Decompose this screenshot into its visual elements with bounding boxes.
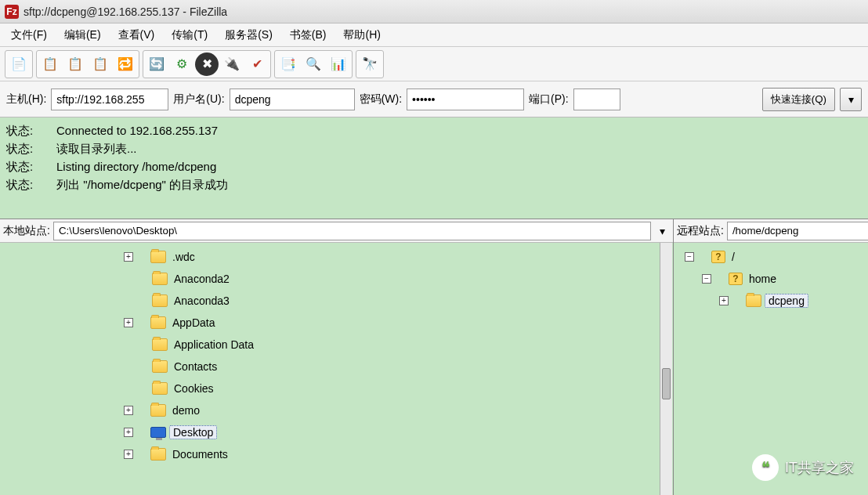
tree-node[interactable]: +Desktop bbox=[6, 421, 673, 443]
tree-expander[interactable]: + bbox=[124, 252, 133, 262]
menu-bookmarks[interactable]: 书签(B) bbox=[284, 25, 333, 45]
password-label: 密码(W): bbox=[360, 92, 402, 107]
filter-icon[interactable]: 📑 bbox=[277, 52, 300, 76]
local-site-label: 本地站点: bbox=[3, 224, 50, 238]
menu-transfer[interactable]: 传输(T) bbox=[165, 25, 214, 45]
log-row: 状态: Listing directory /home/dcpeng bbox=[6, 158, 862, 176]
remote-path-input[interactable] bbox=[727, 222, 868, 240]
tree-node[interactable]: Anaconda3 bbox=[6, 290, 673, 312]
folder-icon bbox=[152, 360, 168, 373]
log-text: Listing directory /home/dcpeng bbox=[56, 160, 216, 175]
log-label: 状态: bbox=[6, 178, 42, 193]
compare-icon[interactable]: 📊 bbox=[327, 52, 350, 76]
tree-node[interactable]: +AppData bbox=[6, 312, 673, 334]
tree-node-label[interactable]: AppData bbox=[169, 316, 218, 329]
tree-node[interactable]: +dcpeng bbox=[680, 290, 868, 312]
cancel-icon[interactable]: ✖ bbox=[195, 52, 219, 76]
log-text: 列出 "/home/dcpeng" 的目录成功 bbox=[56, 178, 228, 193]
process-queue-icon[interactable]: ⚙ bbox=[170, 52, 193, 76]
tree-expander[interactable]: + bbox=[124, 428, 133, 437]
log-row: 状态: Connected to 192.168.255.137 bbox=[6, 122, 862, 140]
local-path-dropdown[interactable]: ▾ bbox=[654, 225, 670, 237]
menu-help[interactable]: 帮助(H) bbox=[337, 25, 386, 45]
password-input[interactable] bbox=[407, 89, 524, 110]
remote-pathbar: 远程站点: bbox=[674, 219, 868, 243]
remote-pane: 远程站点: −?/−?home+dcpeng bbox=[674, 219, 868, 495]
search-icon[interactable]: 🔍 bbox=[302, 52, 325, 76]
tree-expander[interactable]: + bbox=[124, 450, 133, 459]
reconnect-icon[interactable]: ✔ bbox=[245, 52, 269, 76]
tree-node-label[interactable]: / bbox=[729, 251, 738, 263]
log-label: 状态: bbox=[6, 160, 42, 175]
app-logo-icon: Fz bbox=[5, 5, 19, 19]
sync-browse-icon[interactable]: 🔁 bbox=[114, 52, 137, 76]
toggle-queue-icon[interactable]: 📋 bbox=[89, 52, 112, 76]
menu-file[interactable]: 文件(F) bbox=[5, 25, 53, 45]
log-pane: 状态: Connected to 192.168.255.137 状态: 读取目… bbox=[0, 117, 868, 219]
tree-node[interactable]: −?home bbox=[680, 268, 868, 290]
tree-node-label[interactable]: home bbox=[746, 273, 779, 285]
tree-node-label[interactable]: Desktop bbox=[169, 425, 217, 439]
folder-icon bbox=[152, 338, 168, 351]
scrollbar-thumb[interactable] bbox=[662, 368, 671, 399]
local-tree[interactable]: +.wdcAnaconda2Anaconda3+AppDataApplicati… bbox=[0, 243, 673, 495]
user-input[interactable] bbox=[230, 89, 355, 110]
toggle-remote-icon[interactable]: 📋 bbox=[63, 52, 87, 76]
tree-node[interactable]: +.wdc bbox=[6, 246, 673, 268]
user-label: 用户名(U): bbox=[173, 92, 224, 107]
quickconnect-history-dropdown[interactable]: ▾ bbox=[840, 88, 862, 111]
quickconnect-bar: 主机(H): 用户名(U): 密码(W): 端口(P): 快速连接(Q) ▾ bbox=[0, 81, 868, 117]
folder-icon bbox=[152, 382, 168, 395]
log-label: 状态: bbox=[6, 124, 42, 139]
binoculars-icon[interactable]: 🔭 bbox=[358, 52, 382, 76]
tree-node-label[interactable]: dcpeng bbox=[765, 294, 808, 308]
toggle-local-icon[interactable]: 📋 bbox=[38, 52, 62, 76]
tree-expander[interactable]: + bbox=[124, 406, 133, 415]
menu-server[interactable]: 服务器(S) bbox=[219, 25, 279, 45]
tree-node[interactable]: Anaconda2 bbox=[6, 268, 673, 290]
tree-node-label[interactable]: Anaconda3 bbox=[171, 294, 233, 307]
local-pane: 本地站点: ▾ +.wdcAnaconda2Anaconda3+AppDataA… bbox=[0, 219, 674, 495]
tree-node-label[interactable]: Contacts bbox=[171, 360, 220, 373]
tree-node-label[interactable]: Anaconda2 bbox=[171, 273, 233, 285]
tree-expander[interactable]: + bbox=[124, 318, 133, 327]
tree-node[interactable]: Contacts bbox=[6, 356, 673, 378]
remote-tree[interactable]: −?/−?home+dcpeng bbox=[674, 243, 868, 495]
tree-node[interactable]: +demo bbox=[6, 399, 673, 421]
tree-node[interactable]: Application Data bbox=[6, 334, 673, 356]
menu-edit[interactable]: 编辑(E) bbox=[58, 25, 107, 45]
tree-node[interactable]: Cookies bbox=[6, 378, 673, 399]
folder-icon bbox=[150, 448, 166, 461]
tree-node-label[interactable]: Cookies bbox=[171, 382, 217, 395]
tree-node-label[interactable]: Documents bbox=[169, 448, 231, 461]
log-text: 读取目录列表... bbox=[56, 142, 137, 157]
refresh-icon[interactable]: 🔄 bbox=[145, 52, 168, 76]
local-path-input[interactable] bbox=[53, 222, 651, 240]
port-input[interactable] bbox=[573, 89, 620, 110]
site-manager-icon[interactable]: 📄 bbox=[7, 52, 31, 76]
tree-expander[interactable]: − bbox=[702, 274, 711, 284]
folder-icon bbox=[746, 294, 761, 307]
quickconnect-button[interactable]: 快速连接(Q) bbox=[762, 88, 835, 111]
window-title: sftp://dcpeng@192.168.255.137 - FileZill… bbox=[24, 5, 227, 18]
tree-node-label[interactable]: demo bbox=[169, 404, 203, 417]
log-text: Connected to 192.168.255.137 bbox=[56, 124, 218, 139]
local-scrollbar[interactable] bbox=[660, 243, 672, 495]
folder-icon bbox=[152, 294, 168, 307]
tree-node-label[interactable]: Application Data bbox=[171, 338, 257, 351]
titlebar: Fz sftp://dcpeng@192.168.255.137 - FileZ… bbox=[0, 0, 868, 23]
menu-view[interactable]: 查看(V) bbox=[112, 25, 161, 45]
tree-node[interactable]: −?/ bbox=[680, 246, 868, 268]
unknown-folder-icon: ? bbox=[711, 251, 725, 263]
remote-site-label: 远程站点: bbox=[677, 224, 724, 238]
tree-node-label[interactable]: .wdc bbox=[169, 251, 198, 263]
log-label: 状态: bbox=[6, 142, 42, 157]
monitor-icon bbox=[150, 427, 166, 438]
folder-icon bbox=[152, 273, 168, 285]
tree-expander[interactable]: + bbox=[719, 296, 729, 305]
local-pathbar: 本地站点: ▾ bbox=[0, 219, 673, 243]
tree-node[interactable]: +Documents bbox=[6, 443, 673, 465]
disconnect-icon[interactable]: 🔌 bbox=[220, 52, 244, 76]
host-input[interactable] bbox=[51, 89, 168, 110]
tree-expander[interactable]: − bbox=[685, 252, 694, 262]
